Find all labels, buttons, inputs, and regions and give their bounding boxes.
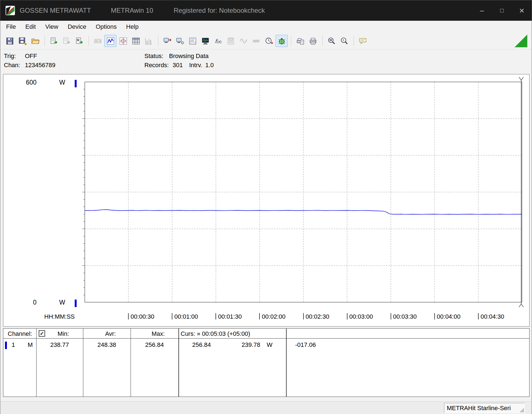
calc-panel-icon bbox=[227, 37, 235, 45]
toolbar-separator bbox=[291, 36, 291, 46]
device-config-button[interactable] bbox=[174, 35, 186, 47]
status-value: Browsing Data bbox=[169, 53, 209, 59]
cell-min: 238.77 bbox=[36, 341, 83, 349]
chart-plot-area[interactable] bbox=[85, 82, 522, 302]
toolbar-separator bbox=[89, 36, 89, 46]
device-config-icon bbox=[176, 37, 184, 45]
x-tick-mark bbox=[128, 313, 129, 319]
interval-label: Intrv. bbox=[189, 61, 202, 70]
device-lcd-button: 18.8 bbox=[92, 35, 104, 47]
col-header-max: Max: bbox=[152, 330, 165, 337]
chan-value: 123456789 bbox=[25, 62, 55, 69]
menu-edit[interactable]: Edit bbox=[20, 21, 40, 33]
channel-marker-top bbox=[75, 80, 77, 87]
curve-icon bbox=[106, 37, 115, 45]
export-memory-button[interactable]: M bbox=[73, 35, 85, 47]
print-preview-icon bbox=[296, 37, 305, 45]
channel-list-status: Chan:123456789 bbox=[4, 61, 55, 70]
channel-config-button[interactable]: 123 bbox=[186, 35, 199, 47]
x-tick-label: 00:03:00 bbox=[349, 313, 373, 320]
sine-wave-icon bbox=[239, 37, 248, 45]
page-export-icon bbox=[62, 37, 71, 45]
title-brand: GOSSEN METRAWATT bbox=[20, 7, 91, 14]
trig-value: OFF bbox=[25, 53, 37, 59]
live-bug-icon bbox=[277, 37, 286, 45]
chart-plot-svg bbox=[85, 82, 522, 302]
print-button[interactable] bbox=[307, 35, 319, 47]
device-read-button[interactable] bbox=[161, 35, 173, 47]
y-axis-unit-top: W bbox=[59, 79, 65, 86]
view-curve-button[interactable] bbox=[104, 35, 116, 47]
time-sync-button[interactable] bbox=[263, 35, 275, 47]
monitor-wave-icon bbox=[201, 37, 210, 45]
app-window: GOSSEN METRAWATT METRAwin 10 Registered … bbox=[0, 0, 532, 414]
connection-indicator-triangle bbox=[515, 35, 527, 47]
monitor-button[interactable] bbox=[199, 35, 211, 47]
x-tick-mark bbox=[434, 313, 435, 319]
records-status: Records:301Intrv.1.0 bbox=[144, 61, 214, 70]
channel-marker-bottom bbox=[75, 300, 77, 307]
svg-text:t: t bbox=[343, 39, 344, 42]
page-export-m-icon: M bbox=[75, 37, 84, 45]
toolbar-separator bbox=[354, 36, 354, 46]
channel-row-marker bbox=[5, 342, 7, 349]
save-as-button[interactable] bbox=[16, 35, 28, 47]
live-record-button[interactable] bbox=[276, 35, 288, 47]
device-name: METRAHit Starline-Seri bbox=[447, 405, 511, 412]
checkmark-icon: ✓ bbox=[40, 331, 44, 337]
resize-grip-icon[interactable] bbox=[519, 407, 524, 412]
menu-options[interactable]: Options bbox=[91, 21, 121, 33]
menu-help[interactable]: Help bbox=[121, 21, 143, 33]
x-axis-labels: HH:MM:SS 00:00:3000:01:0000:01:3000:02:0… bbox=[3, 313, 529, 321]
table-divider bbox=[36, 329, 37, 397]
scope-icon bbox=[119, 37, 128, 45]
cursor-handle-icon[interactable] bbox=[519, 304, 523, 307]
cursor-handle-icon[interactable] bbox=[519, 77, 523, 80]
close-button[interactable]: × bbox=[512, 0, 532, 21]
cell-cursor-a: 256.84 bbox=[178, 341, 225, 349]
svg-text:(x): (x) bbox=[217, 39, 221, 43]
cell-avr: 248.38 bbox=[83, 341, 131, 349]
menu-view[interactable]: View bbox=[40, 21, 63, 33]
channel-visible-checkbox[interactable]: ✓ bbox=[39, 330, 45, 337]
table-divider bbox=[83, 329, 83, 397]
svg-text:123: 123 bbox=[190, 39, 194, 42]
x-axis-format-label: HH:MM:SS bbox=[44, 313, 75, 320]
zoom-time-button[interactable]: t bbox=[338, 35, 350, 47]
export-file-button[interactable] bbox=[48, 35, 60, 47]
interval-value: 1.0 bbox=[205, 61, 214, 70]
view-scope-button[interactable] bbox=[117, 35, 129, 47]
device-transfer-icon bbox=[163, 37, 172, 45]
table-header-divider bbox=[3, 338, 529, 339]
zoom-amplitude-button[interactable]: W bbox=[325, 35, 338, 47]
col-header-channel: Channel: bbox=[8, 330, 32, 337]
app-logo-icon bbox=[5, 6, 15, 15]
status-label: Status: bbox=[144, 51, 169, 61]
save-button[interactable] bbox=[4, 35, 16, 47]
table-divider bbox=[178, 329, 179, 397]
cell-channel-mode: M bbox=[28, 341, 33, 349]
print-preview-button[interactable] bbox=[294, 35, 306, 47]
open-button[interactable] bbox=[29, 35, 41, 47]
value-table: Channel: ✓ Min: Avr: Max: Curs: » 00:05:… bbox=[3, 328, 530, 397]
menu-device[interactable]: Device bbox=[63, 21, 91, 33]
col-header-avr: Avr: bbox=[105, 330, 116, 337]
x-tick-mark bbox=[172, 313, 172, 319]
hint-button[interactable] bbox=[357, 35, 369, 47]
x-tick-label: 00:04:30 bbox=[481, 313, 504, 320]
page-export-icon bbox=[50, 37, 58, 45]
formula-button[interactable]: f(x) bbox=[212, 35, 224, 47]
fx-icon: f(x) bbox=[214, 37, 222, 45]
zoom-t-icon: t bbox=[340, 37, 349, 45]
menu-file[interactable]: File bbox=[1, 21, 20, 33]
minimize-button[interactable]: – bbox=[472, 0, 492, 21]
toolbar: M18.8123f(x)Wt bbox=[0, 33, 532, 49]
view-table-button[interactable] bbox=[130, 35, 142, 47]
digital-wave-button bbox=[250, 35, 262, 47]
x-tick-label: 00:01:00 bbox=[174, 313, 198, 320]
title-registered: Registered for: Notebookcheck bbox=[174, 7, 265, 14]
menu-bar: FileEditViewDeviceOptionsHelp bbox=[0, 21, 532, 33]
window-controls: – □ × bbox=[472, 0, 532, 21]
maximize-button[interactable]: □ bbox=[492, 0, 512, 21]
printer-icon bbox=[309, 37, 317, 45]
